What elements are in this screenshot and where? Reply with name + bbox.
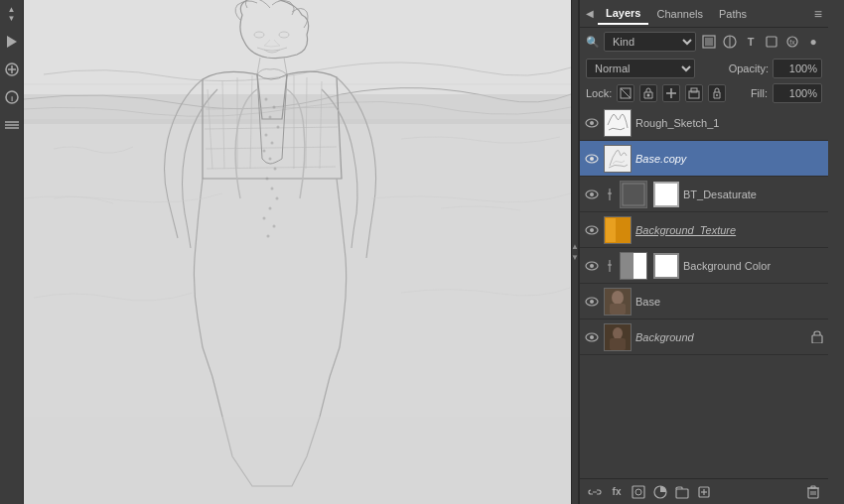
- lock-label: Lock:: [586, 87, 612, 99]
- lock-artboard-btn[interactable]: [685, 84, 703, 102]
- eye-background[interactable]: [584, 329, 600, 345]
- eye-rough-sketch[interactable]: [584, 115, 600, 131]
- svg-point-21: [269, 158, 272, 161]
- svg-point-28: [273, 225, 276, 228]
- shape-filter-icon[interactable]: [763, 33, 780, 51]
- eye-base-copy[interactable]: [584, 151, 600, 167]
- layer-name-background: Background: [635, 331, 806, 343]
- svg-point-59: [590, 228, 594, 232]
- layer-base-copy[interactable]: Base.copy: [580, 141, 828, 177]
- svg-point-17: [277, 126, 280, 129]
- lock-image-btn[interactable]: [639, 84, 657, 102]
- delete-layer-btn[interactable]: [804, 483, 822, 501]
- adjust-filter-icon[interactable]: [721, 33, 739, 51]
- svg-rect-75: [610, 338, 626, 350]
- pixel-filter-icon[interactable]: [700, 33, 718, 51]
- svg-point-27: [263, 217, 266, 220]
- text-filter-icon[interactable]: T: [742, 33, 760, 51]
- eye-bt-desaturate[interactable]: [584, 187, 600, 202]
- info-btn[interactable]: i: [2, 87, 22, 107]
- panel-collapse-arrow[interactable]: ▲ ▼: [571, 0, 579, 504]
- svg-point-72: [590, 335, 594, 339]
- link-layers-btn[interactable]: [586, 483, 604, 501]
- panel-menu-btn[interactable]: ≡: [814, 6, 822, 22]
- left-toolbar: ▲▼ i: [0, 0, 24, 504]
- svg-point-25: [276, 197, 279, 200]
- more-filter-btn[interactable]: ●: [804, 33, 822, 51]
- svg-rect-70: [610, 304, 626, 315]
- lines-btn[interactable]: [2, 115, 22, 135]
- thumb-base-copy: [604, 145, 632, 173]
- thumb-rough-sketch: [604, 109, 632, 137]
- lock-all-btn[interactable]: [708, 84, 726, 102]
- layer-rough-sketch[interactable]: Rough_Sketch_1: [580, 105, 828, 141]
- eye-base[interactable]: [584, 294, 600, 310]
- layer-bt-desaturate[interactable]: BT_Desaturate: [580, 177, 828, 212]
- thumb-base: [604, 288, 632, 315]
- new-layer-btn[interactable]: [695, 483, 713, 501]
- svg-rect-11: [24, 94, 571, 124]
- layer-name-background-texture: Background_Texture: [635, 224, 824, 236]
- layers-panel: ◀ Layers Channels Paths ≡ 🔍 Kind T: [579, 0, 828, 504]
- svg-rect-80: [676, 489, 688, 498]
- panel-collapse-left-btn[interactable]: ◀: [586, 8, 594, 19]
- svg-point-24: [271, 188, 274, 190]
- thumb-background: [604, 323, 632, 351]
- svg-point-50: [590, 157, 594, 161]
- new-adjustment-btn[interactable]: [651, 483, 669, 501]
- svg-point-47: [590, 121, 594, 125]
- svg-text:i: i: [10, 94, 12, 103]
- thumb-background-color: [620, 252, 647, 280]
- blend-mode-select[interactable]: Normal Multiply Screen Overlay: [586, 59, 695, 78]
- link-bt-desaturate: [604, 187, 616, 202]
- svg-marker-0: [7, 36, 17, 48]
- layer-background-texture[interactable]: Background_Texture: [580, 212, 828, 248]
- tab-layers[interactable]: Layers: [598, 3, 648, 25]
- lock-position-btn[interactable]: [662, 84, 680, 102]
- tab-paths[interactable]: Paths: [711, 4, 755, 24]
- svg-point-22: [274, 168, 277, 171]
- layers-bottom-toolbar: fx: [580, 478, 828, 504]
- svg-point-74: [613, 327, 623, 339]
- svg-point-23: [266, 178, 269, 181]
- opacity-input[interactable]: [773, 59, 822, 78]
- new-group-btn[interactable]: [673, 483, 691, 501]
- blend-row: Normal Multiply Screen Overlay Opacity:: [580, 56, 828, 81]
- layer-base[interactable]: Base: [580, 284, 828, 319]
- tab-channels[interactable]: Channels: [648, 4, 710, 24]
- layer-name-bt-desaturate: BT_Desaturate: [683, 189, 824, 200]
- smart-filter-icon[interactable]: fx: [783, 33, 801, 51]
- add-mask-btn[interactable]: [630, 483, 647, 501]
- circle-plus-btn[interactable]: [2, 60, 22, 79]
- lock-transparent-btn[interactable]: [617, 84, 634, 102]
- mask-background-color: [653, 253, 679, 279]
- fx-btn[interactable]: fx: [608, 483, 626, 501]
- svg-point-18: [265, 134, 268, 137]
- layer-background-color[interactable]: Background Color: [580, 248, 828, 284]
- svg-rect-35: [767, 37, 776, 47]
- lock-row: Lock: Fill:: [580, 81, 828, 105]
- collapse-top-btn[interactable]: ▲▼: [2, 4, 22, 24]
- layer-lock-icon: [810, 330, 824, 344]
- svg-rect-32: [705, 38, 713, 46]
- filter-icons: T fx ●: [700, 33, 822, 51]
- play-tool-btn[interactable]: [2, 32, 22, 52]
- svg-point-40: [647, 94, 650, 97]
- layer-name-background-color: Background Color: [683, 260, 824, 272]
- svg-point-69: [612, 291, 624, 305]
- kind-select[interactable]: Kind: [604, 32, 696, 52]
- svg-point-16: [269, 116, 272, 119]
- svg-point-20: [263, 150, 266, 153]
- layer-background[interactable]: Background: [580, 319, 828, 355]
- eye-background-color[interactable]: [584, 258, 600, 274]
- opacity-label: Opacity:: [729, 63, 769, 74]
- layers-list: Rough_Sketch_1 Base.copy: [580, 105, 828, 478]
- svg-rect-76: [812, 335, 822, 343]
- thumb-bt-desaturate-mask: [620, 181, 647, 208]
- svg-point-26: [269, 207, 272, 210]
- layer-name-rough-sketch: Rough_Sketch_1: [635, 117, 824, 129]
- svg-rect-77: [633, 486, 644, 498]
- svg-rect-56: [621, 182, 646, 207]
- eye-background-texture[interactable]: [584, 222, 600, 238]
- fill-input[interactable]: [773, 83, 822, 103]
